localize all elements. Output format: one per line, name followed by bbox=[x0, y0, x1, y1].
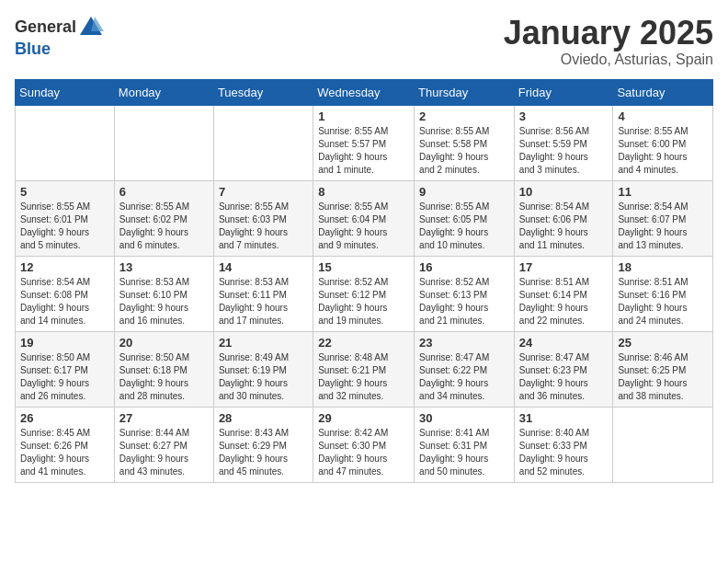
day-info: Sunrise: 8:40 AMSunset: 6:33 PMDaylight:… bbox=[519, 427, 609, 478]
day-info: Sunrise: 8:44 AMSunset: 6:27 PMDaylight:… bbox=[119, 427, 209, 478]
calendar-cell: 27Sunrise: 8:44 AMSunset: 6:27 PMDayligh… bbox=[114, 407, 213, 482]
calendar-cell: 20Sunrise: 8:50 AMSunset: 6:18 PMDayligh… bbox=[114, 331, 213, 407]
weekday-header-saturday: Saturday bbox=[613, 79, 713, 105]
day-number: 21 bbox=[219, 336, 308, 350]
day-info: Sunrise: 8:55 AMSunset: 5:58 PMDaylight:… bbox=[419, 125, 509, 177]
day-number: 10 bbox=[519, 185, 609, 199]
weekday-header-row: SundayMondayTuesdayWednesdayThursdayFrid… bbox=[16, 79, 713, 105]
weekday-header-friday: Friday bbox=[514, 79, 613, 105]
day-number: 15 bbox=[318, 260, 409, 274]
week-row-5: 26Sunrise: 8:45 AMSunset: 6:26 PMDayligh… bbox=[16, 407, 713, 482]
day-info: Sunrise: 8:43 AMSunset: 6:29 PMDaylight:… bbox=[219, 427, 308, 478]
day-info: Sunrise: 8:54 AMSunset: 6:06 PMDaylight:… bbox=[519, 201, 609, 252]
calendar-cell: 12Sunrise: 8:54 AMSunset: 6:08 PMDayligh… bbox=[16, 256, 115, 331]
logo-blue: Blue bbox=[15, 40, 104, 59]
day-number: 25 bbox=[618, 336, 708, 350]
day-info: Sunrise: 8:46 AMSunset: 6:25 PMDaylight:… bbox=[618, 351, 708, 403]
weekday-header-thursday: Thursday bbox=[415, 79, 515, 105]
day-number: 5 bbox=[20, 185, 109, 199]
day-info: Sunrise: 8:50 AMSunset: 6:18 PMDaylight:… bbox=[119, 351, 209, 403]
day-info: Sunrise: 8:53 AMSunset: 6:11 PMDaylight:… bbox=[219, 276, 308, 327]
day-info: Sunrise: 8:55 AMSunset: 6:03 PMDaylight:… bbox=[219, 201, 308, 252]
day-info: Sunrise: 8:47 AMSunset: 6:22 PMDaylight:… bbox=[419, 351, 509, 403]
calendar-cell: 25Sunrise: 8:46 AMSunset: 6:25 PMDayligh… bbox=[613, 331, 713, 407]
day-number: 23 bbox=[419, 336, 509, 350]
calendar-cell: 31Sunrise: 8:40 AMSunset: 6:33 PMDayligh… bbox=[514, 407, 613, 482]
calendar-cell: 9Sunrise: 8:55 AMSunset: 6:05 PMDaylight… bbox=[415, 180, 515, 256]
calendar-cell: 30Sunrise: 8:41 AMSunset: 6:31 PMDayligh… bbox=[415, 407, 515, 482]
logo-text: General Blue bbox=[15, 15, 104, 59]
calendar-cell bbox=[613, 407, 713, 482]
calendar-cell: 14Sunrise: 8:53 AMSunset: 6:11 PMDayligh… bbox=[213, 256, 313, 331]
day-number: 27 bbox=[119, 411, 209, 425]
calendar-cell bbox=[16, 105, 115, 180]
svg-marker-1 bbox=[91, 17, 104, 31]
day-info: Sunrise: 8:55 AMSunset: 6:04 PMDaylight:… bbox=[318, 201, 409, 252]
calendar-cell: 11Sunrise: 8:54 AMSunset: 6:07 PMDayligh… bbox=[613, 180, 713, 256]
day-number: 22 bbox=[318, 336, 409, 350]
calendar-cell: 15Sunrise: 8:52 AMSunset: 6:12 PMDayligh… bbox=[313, 256, 415, 331]
week-row-2: 5Sunrise: 8:55 AMSunset: 6:01 PMDaylight… bbox=[16, 180, 713, 256]
calendar-cell: 5Sunrise: 8:55 AMSunset: 6:01 PMDaylight… bbox=[16, 180, 115, 256]
calendar-cell: 19Sunrise: 8:50 AMSunset: 6:17 PMDayligh… bbox=[16, 331, 115, 407]
calendar-cell: 6Sunrise: 8:55 AMSunset: 6:02 PMDaylight… bbox=[114, 180, 213, 256]
calendar-cell: 3Sunrise: 8:56 AMSunset: 5:59 PMDaylight… bbox=[514, 105, 613, 180]
day-info: Sunrise: 8:49 AMSunset: 6:19 PMDaylight:… bbox=[219, 351, 308, 403]
day-number: 30 bbox=[419, 411, 509, 425]
day-number: 14 bbox=[219, 260, 308, 274]
day-info: Sunrise: 8:42 AMSunset: 6:30 PMDaylight:… bbox=[318, 427, 409, 478]
day-info: Sunrise: 8:54 AMSunset: 6:08 PMDaylight:… bbox=[20, 276, 109, 327]
calendar-cell: 2Sunrise: 8:55 AMSunset: 5:58 PMDaylight… bbox=[415, 105, 515, 180]
day-number: 8 bbox=[318, 185, 409, 199]
day-number: 20 bbox=[119, 336, 209, 350]
day-number: 26 bbox=[20, 411, 109, 425]
calendar-cell: 24Sunrise: 8:47 AMSunset: 6:23 PMDayligh… bbox=[514, 331, 613, 407]
day-info: Sunrise: 8:56 AMSunset: 5:59 PMDaylight:… bbox=[519, 125, 609, 177]
week-row-1: 1Sunrise: 8:55 AMSunset: 5:57 PMDaylight… bbox=[16, 105, 713, 180]
logo: General Blue bbox=[15, 15, 104, 59]
day-number: 6 bbox=[119, 185, 209, 199]
month-title: January 2025 bbox=[504, 15, 713, 52]
calendar-cell: 13Sunrise: 8:53 AMSunset: 6:10 PMDayligh… bbox=[114, 256, 213, 331]
day-number: 29 bbox=[318, 411, 409, 425]
calendar-cell: 1Sunrise: 8:55 AMSunset: 5:57 PMDaylight… bbox=[313, 105, 415, 180]
day-info: Sunrise: 8:50 AMSunset: 6:17 PMDaylight:… bbox=[20, 351, 109, 403]
day-info: Sunrise: 8:55 AMSunset: 6:01 PMDaylight:… bbox=[20, 201, 109, 252]
day-info: Sunrise: 8:51 AMSunset: 6:16 PMDaylight:… bbox=[618, 276, 708, 327]
weekday-header-monday: Monday bbox=[114, 79, 213, 105]
weekday-header-wednesday: Wednesday bbox=[313, 79, 415, 105]
day-number: 3 bbox=[519, 109, 609, 123]
calendar-cell: 7Sunrise: 8:55 AMSunset: 6:03 PMDaylight… bbox=[213, 180, 313, 256]
day-info: Sunrise: 8:55 AMSunset: 5:57 PMDaylight:… bbox=[318, 125, 409, 177]
calendar-cell bbox=[213, 105, 313, 180]
calendar-cell: 4Sunrise: 8:55 AMSunset: 6:00 PMDaylight… bbox=[613, 105, 713, 180]
weekday-header-sunday: Sunday bbox=[16, 79, 115, 105]
day-number: 11 bbox=[618, 185, 708, 199]
day-info: Sunrise: 8:55 AMSunset: 6:05 PMDaylight:… bbox=[419, 201, 509, 252]
logo-icon bbox=[78, 15, 104, 40]
location: Oviedo, Asturias, Spain bbox=[504, 52, 713, 68]
day-info: Sunrise: 8:55 AMSunset: 6:00 PMDaylight:… bbox=[618, 125, 708, 177]
calendar: SundayMondayTuesdayWednesdayThursdayFrid… bbox=[15, 79, 713, 483]
day-info: Sunrise: 8:51 AMSunset: 6:14 PMDaylight:… bbox=[519, 276, 609, 327]
day-number: 1 bbox=[318, 109, 409, 123]
calendar-cell: 22Sunrise: 8:48 AMSunset: 6:21 PMDayligh… bbox=[313, 331, 415, 407]
day-number: 12 bbox=[20, 260, 109, 274]
logo-general: General bbox=[15, 18, 76, 37]
calendar-cell: 23Sunrise: 8:47 AMSunset: 6:22 PMDayligh… bbox=[415, 331, 515, 407]
calendar-cell: 18Sunrise: 8:51 AMSunset: 6:16 PMDayligh… bbox=[613, 256, 713, 331]
calendar-cell: 21Sunrise: 8:49 AMSunset: 6:19 PMDayligh… bbox=[213, 331, 313, 407]
day-number: 24 bbox=[519, 336, 609, 350]
day-info: Sunrise: 8:55 AMSunset: 6:02 PMDaylight:… bbox=[119, 201, 209, 252]
day-info: Sunrise: 8:52 AMSunset: 6:13 PMDaylight:… bbox=[419, 276, 509, 327]
day-number: 4 bbox=[618, 109, 708, 123]
day-number: 28 bbox=[219, 411, 308, 425]
day-number: 19 bbox=[20, 336, 109, 350]
calendar-cell bbox=[114, 105, 213, 180]
title-area: January 2025 Oviedo, Asturias, Spain bbox=[504, 15, 713, 68]
weekday-header-tuesday: Tuesday bbox=[213, 79, 313, 105]
day-number: 13 bbox=[119, 260, 209, 274]
day-info: Sunrise: 8:47 AMSunset: 6:23 PMDaylight:… bbox=[519, 351, 609, 403]
week-row-4: 19Sunrise: 8:50 AMSunset: 6:17 PMDayligh… bbox=[16, 331, 713, 407]
day-info: Sunrise: 8:45 AMSunset: 6:26 PMDaylight:… bbox=[20, 427, 109, 478]
